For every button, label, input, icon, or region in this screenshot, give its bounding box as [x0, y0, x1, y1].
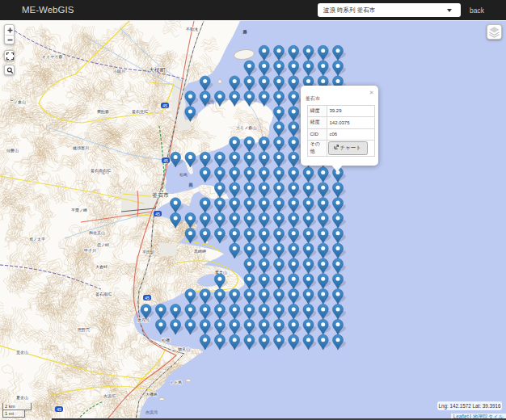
- svg-text:45: 45: [163, 158, 168, 163]
- svg-text:物見山: 物見山: [178, 346, 190, 352]
- svg-text:平田駅: 平田駅: [142, 250, 154, 254]
- svg-text:吉浜湾: 吉浜湾: [145, 410, 158, 415]
- svg-text:大磯島: 大磯島: [145, 392, 158, 397]
- svg-text:45: 45: [155, 212, 160, 216]
- svg-text:松島: 松島: [179, 172, 188, 177]
- svg-text:トド島: トド島: [170, 380, 182, 384]
- svg-text:釜石市: 釜石市: [152, 191, 169, 199]
- svg-text:恋ノ峠: 恋ノ峠: [96, 242, 109, 247]
- svg-text:小鎚川: 小鎚川: [113, 69, 125, 74]
- svg-text:カモメ森山: カモメ森山: [236, 125, 256, 130]
- svg-text:不動滝: 不動滝: [186, 27, 198, 32]
- svg-text:黒崎岬: 黒崎岬: [194, 249, 206, 254]
- svg-text:旭ノ太平: 旭ノ太平: [29, 237, 45, 242]
- svg-text:釜石両石IC: 釜石両石IC: [91, 168, 111, 174]
- svg-text:二ノ倉山: 二ノ倉山: [10, 99, 26, 104]
- svg-text:吉浜IC: 吉浜IC: [103, 393, 116, 399]
- svg-text:釜石南IC: 釜石南IC: [95, 292, 112, 297]
- svg-text:平栗ノ峰: 平栗ノ峰: [71, 208, 87, 212]
- svg-text:夏金山: 夏金山: [16, 395, 28, 401]
- svg-text:大槌町: 大槌町: [149, 67, 166, 73]
- svg-text:照野穴: 照野穴: [78, 327, 90, 332]
- svg-text:大倉峠: 大倉峠: [95, 264, 108, 269]
- svg-text:45: 45: [145, 296, 150, 300]
- svg-text:唐丹湾: 唐丹湾: [137, 317, 150, 323]
- svg-text:仙磐山: 仙磐山: [6, 148, 19, 153]
- svg-text:松磯: 松磯: [162, 338, 170, 342]
- svg-text:御佐京山: 御佐京山: [89, 230, 105, 235]
- svg-text:釜石北IC: 釜石北IC: [132, 109, 148, 115]
- svg-text:費館森: 費館森: [97, 109, 109, 115]
- svg-text:甲子川: 甲子川: [84, 248, 96, 254]
- svg-text:荒金山: 荒金山: [16, 350, 28, 355]
- svg-text:45: 45: [162, 103, 167, 108]
- svg-text:槻伐害川: 槻伐害川: [73, 145, 89, 151]
- svg-text:オイヤガ森: オイヤガ森: [42, 54, 62, 60]
- svg-text:45: 45: [57, 407, 61, 412]
